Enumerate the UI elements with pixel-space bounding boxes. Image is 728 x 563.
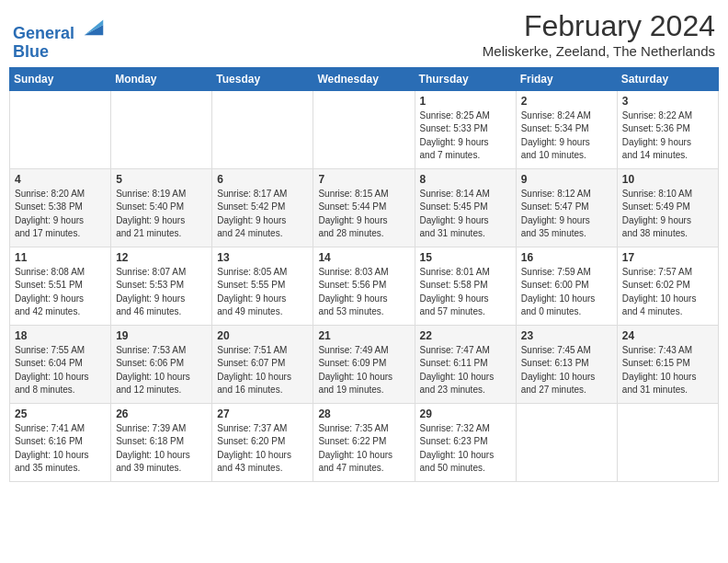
day-cell: 29Sunrise: 7:32 AM Sunset: 6:23 PM Dayli…: [415, 403, 516, 481]
day-number: 15: [420, 251, 511, 264]
day-cell: 1Sunrise: 8:25 AM Sunset: 5:33 PM Daylig…: [415, 90, 516, 168]
day-info: Sunrise: 8:03 AM Sunset: 5:56 PM Dayligh…: [318, 266, 409, 319]
day-info: Sunrise: 7:39 AM Sunset: 6:18 PM Dayligh…: [116, 422, 207, 476]
column-header-thursday: Thursday: [415, 67, 516, 90]
day-number: 29: [420, 408, 511, 420]
week-row-2: 4Sunrise: 8:20 AM Sunset: 5:38 PM Daylig…: [10, 168, 719, 247]
day-cell: 6Sunrise: 8:17 AM Sunset: 5:42 PM Daylig…: [212, 168, 313, 247]
day-info: Sunrise: 7:32 AM Sunset: 6:23 PM Dayligh…: [420, 422, 511, 476]
day-cell: 4Sunrise: 8:20 AM Sunset: 5:38 PM Daylig…: [10, 168, 111, 247]
column-header-friday: Friday: [516, 67, 617, 90]
day-cell: 2Sunrise: 8:24 AM Sunset: 5:34 PM Daylig…: [516, 90, 617, 168]
day-cell: [617, 403, 718, 481]
day-number: 18: [15, 329, 106, 342]
day-cell: 9Sunrise: 8:12 AM Sunset: 5:47 PM Daylig…: [516, 168, 617, 247]
day-info: Sunrise: 7:59 AM Sunset: 6:00 PM Dayligh…: [521, 266, 612, 319]
week-row-4: 18Sunrise: 7:55 AM Sunset: 6:04 PM Dayli…: [10, 325, 719, 403]
day-number: 24: [622, 329, 713, 342]
column-header-tuesday: Tuesday: [212, 67, 313, 90]
day-cell: [10, 90, 111, 168]
day-number: 3: [622, 95, 713, 108]
day-number: 5: [116, 173, 207, 186]
day-cell: 14Sunrise: 8:03 AM Sunset: 5:56 PM Dayli…: [313, 247, 415, 325]
calendar-table: SundayMondayTuesdayWednesdayThursdayFrid…: [9, 67, 719, 482]
day-number: 25: [15, 408, 106, 420]
day-info: Sunrise: 8:17 AM Sunset: 5:42 PM Dayligh…: [217, 188, 308, 241]
day-number: 10: [622, 173, 713, 186]
day-info: Sunrise: 7:35 AM Sunset: 6:22 PM Dayligh…: [318, 422, 409, 476]
day-number: 13: [217, 251, 308, 264]
logo-icon: [81, 13, 107, 39]
day-number: 16: [521, 251, 612, 264]
day-cell: 16Sunrise: 7:59 AM Sunset: 6:00 PM Dayli…: [516, 247, 617, 325]
column-header-wednesday: Wednesday: [313, 67, 415, 90]
week-row-1: 1Sunrise: 8:25 AM Sunset: 5:33 PM Daylig…: [10, 90, 719, 168]
day-info: Sunrise: 8:10 AM Sunset: 5:49 PM Dayligh…: [622, 188, 713, 241]
day-number: 26: [116, 408, 207, 420]
day-info: Sunrise: 7:37 AM Sunset: 6:20 PM Dayligh…: [217, 422, 308, 476]
day-number: 22: [420, 329, 511, 342]
calendar-body: 1Sunrise: 8:25 AM Sunset: 5:33 PM Daylig…: [10, 90, 719, 481]
day-cell: 18Sunrise: 7:55 AM Sunset: 6:04 PM Dayli…: [10, 325, 111, 403]
day-info: Sunrise: 7:49 AM Sunset: 6:09 PM Dayligh…: [318, 344, 409, 397]
day-info: Sunrise: 8:14 AM Sunset: 5:45 PM Dayligh…: [420, 188, 511, 241]
day-info: Sunrise: 7:47 AM Sunset: 6:11 PM Dayligh…: [420, 344, 511, 397]
day-number: 12: [116, 251, 207, 264]
column-header-monday: Monday: [111, 67, 212, 90]
day-info: Sunrise: 8:20 AM Sunset: 5:38 PM Dayligh…: [15, 188, 106, 241]
day-cell: [111, 90, 212, 168]
day-number: 1: [420, 95, 511, 108]
day-info: Sunrise: 8:15 AM Sunset: 5:44 PM Dayligh…: [318, 188, 409, 241]
day-cell: 20Sunrise: 7:51 AM Sunset: 6:07 PM Dayli…: [212, 325, 313, 403]
day-number: 14: [318, 251, 409, 264]
week-row-3: 11Sunrise: 8:08 AM Sunset: 5:51 PM Dayli…: [10, 247, 719, 325]
day-info: Sunrise: 8:25 AM Sunset: 5:33 PM Dayligh…: [420, 109, 511, 163]
day-number: 4: [15, 173, 106, 186]
day-number: 23: [521, 329, 612, 342]
day-number: 6: [217, 173, 308, 186]
day-number: 17: [622, 251, 713, 264]
day-info: Sunrise: 8:05 AM Sunset: 5:55 PM Dayligh…: [217, 266, 308, 319]
month-title: February 2024: [483, 9, 715, 43]
day-cell: 19Sunrise: 7:53 AM Sunset: 6:06 PM Dayli…: [111, 325, 212, 403]
day-cell: 5Sunrise: 8:19 AM Sunset: 5:40 PM Daylig…: [111, 168, 212, 247]
day-info: Sunrise: 8:12 AM Sunset: 5:47 PM Dayligh…: [521, 188, 612, 241]
day-info: Sunrise: 7:55 AM Sunset: 6:04 PM Dayligh…: [15, 344, 106, 397]
day-info: Sunrise: 7:51 AM Sunset: 6:07 PM Dayligh…: [217, 344, 308, 397]
column-header-sunday: Sunday: [10, 67, 111, 90]
day-info: Sunrise: 8:19 AM Sunset: 5:40 PM Dayligh…: [116, 188, 207, 241]
day-number: 21: [318, 329, 409, 342]
page-header: General Blue February 2024 Meliskerke, Z…: [9, 9, 719, 62]
day-number: 9: [521, 173, 612, 186]
day-info: Sunrise: 8:08 AM Sunset: 5:51 PM Dayligh…: [15, 266, 106, 319]
day-cell: [516, 403, 617, 481]
day-cell: 26Sunrise: 7:39 AM Sunset: 6:18 PM Dayli…: [111, 403, 212, 481]
day-cell: 10Sunrise: 8:10 AM Sunset: 5:49 PM Dayli…: [617, 168, 718, 247]
title-block: February 2024 Meliskerke, Zeeland, The N…: [483, 9, 715, 59]
day-info: Sunrise: 8:07 AM Sunset: 5:53 PM Dayligh…: [116, 266, 207, 319]
day-info: Sunrise: 7:41 AM Sunset: 6:16 PM Dayligh…: [15, 422, 106, 476]
column-header-saturday: Saturday: [617, 67, 718, 90]
day-cell: 13Sunrise: 8:05 AM Sunset: 5:55 PM Dayli…: [212, 247, 313, 325]
day-cell: [212, 90, 313, 168]
day-info: Sunrise: 7:53 AM Sunset: 6:06 PM Dayligh…: [116, 344, 207, 397]
day-info: Sunrise: 7:45 AM Sunset: 6:13 PM Dayligh…: [521, 344, 612, 397]
day-cell: 24Sunrise: 7:43 AM Sunset: 6:15 PM Dayli…: [617, 325, 718, 403]
day-info: Sunrise: 8:01 AM Sunset: 5:58 PM Dayligh…: [420, 266, 511, 319]
day-cell: 3Sunrise: 8:22 AM Sunset: 5:36 PM Daylig…: [617, 90, 718, 168]
day-cell: 8Sunrise: 8:14 AM Sunset: 5:45 PM Daylig…: [415, 168, 516, 247]
day-info: Sunrise: 7:43 AM Sunset: 6:15 PM Dayligh…: [622, 344, 713, 397]
logo-line2: Blue: [13, 43, 107, 62]
day-number: 11: [15, 251, 106, 264]
week-row-5: 25Sunrise: 7:41 AM Sunset: 6:16 PM Dayli…: [10, 403, 719, 481]
day-cell: 12Sunrise: 8:07 AM Sunset: 5:53 PM Dayli…: [111, 247, 212, 325]
day-cell: 25Sunrise: 7:41 AM Sunset: 6:16 PM Dayli…: [10, 403, 111, 481]
day-cell: 21Sunrise: 7:49 AM Sunset: 6:09 PM Dayli…: [313, 325, 415, 403]
day-info: Sunrise: 8:22 AM Sunset: 5:36 PM Dayligh…: [622, 109, 713, 163]
day-cell: 27Sunrise: 7:37 AM Sunset: 6:20 PM Dayli…: [212, 403, 313, 481]
day-cell: 11Sunrise: 8:08 AM Sunset: 5:51 PM Dayli…: [10, 247, 111, 325]
day-number: 27: [217, 408, 308, 420]
calendar-header-row: SundayMondayTuesdayWednesdayThursdayFrid…: [10, 67, 719, 90]
day-cell: [313, 90, 415, 168]
day-info: Sunrise: 7:57 AM Sunset: 6:02 PM Dayligh…: [622, 266, 713, 319]
